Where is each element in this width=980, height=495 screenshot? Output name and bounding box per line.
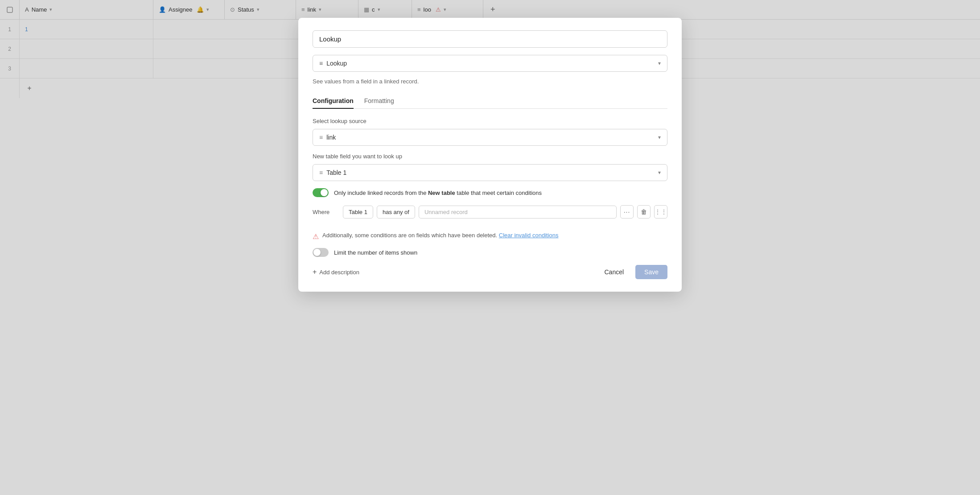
filter-delete-button[interactable]: 🗑	[637, 205, 651, 219]
filter-more-button[interactable]: ···	[620, 205, 634, 219]
filter-condition-field[interactable]: Table 1	[343, 206, 373, 219]
save-button[interactable]: Save	[635, 265, 667, 279]
filter-condition-operator[interactable]: has any of	[377, 206, 415, 219]
table-field-dropdown[interactable]: ≡ Table 1 ▾	[313, 164, 667, 181]
field-type-label: Lookup	[326, 60, 347, 67]
warning-row: ⚠ Additionally, some conditions are on f…	[313, 232, 667, 241]
clear-invalid-link[interactable]: Clear invalid conditions	[499, 232, 559, 239]
lookup-source-dropdown[interactable]: ≡ link ▾	[313, 129, 667, 146]
linked-records-toggle[interactable]	[313, 188, 329, 197]
lookup-source-chevron: ▾	[658, 134, 661, 140]
warning-text: Additionally, some conditions are on fie…	[322, 232, 558, 239]
table-field-left: ≡ Table 1	[319, 169, 346, 176]
modal-actions: Cancel Save	[597, 265, 667, 279]
lookup-type-icon: ≡	[319, 60, 323, 67]
filter-drag-icon: ⋮⋮	[655, 208, 667, 215]
field-name-input[interactable]	[313, 30, 667, 48]
modal-bottom: + Add description Cancel Save	[313, 265, 667, 279]
table-field-label: New table field you want to look up	[313, 153, 667, 160]
link-field-icon: ≡	[319, 134, 323, 141]
add-description-label: Add description	[319, 269, 359, 276]
cancel-button[interactable]: Cancel	[597, 265, 631, 279]
type-dropdown-chevron: ▾	[658, 60, 661, 66]
toggle-knob	[321, 189, 328, 196]
add-description-button[interactable]: + Add description	[313, 268, 359, 276]
filter-section: Where Table 1 has any of Unnamed record …	[313, 205, 667, 227]
modal-overlay: ≡ Lookup ▾ See values from a field in a …	[0, 0, 980, 495]
config-tabs: Configuration Formatting	[313, 94, 667, 109]
limit-toggle-label: Limit the number of items shown	[334, 249, 417, 256]
filter-where-label: Where	[313, 209, 339, 215]
linked-records-toggle-label: Only include linked records from the New…	[334, 190, 542, 196]
filter-more-icon: ···	[624, 208, 630, 215]
tab-formatting[interactable]: Formatting	[364, 94, 394, 109]
warning-triangle-icon: ⚠	[313, 232, 319, 241]
filter-delete-icon: 🗑	[641, 208, 647, 215]
lookup-source-label: Select lookup source	[313, 118, 667, 124]
field-type-dropdown[interactable]: ≡ Lookup ▾	[313, 55, 667, 72]
table-field-chevron: ▾	[658, 169, 661, 176]
limit-toggle-row: Limit the number of items shown	[313, 248, 667, 257]
limit-toggle-knob	[313, 249, 321, 256]
limit-toggle[interactable]	[313, 248, 329, 257]
linked-records-toggle-row: Only include linked records from the New…	[313, 188, 667, 197]
table-field-icon: ≡	[319, 169, 323, 176]
filter-condition-value[interactable]: Unnamed record	[419, 206, 617, 219]
lookup-source-value: link	[326, 134, 336, 141]
field-config-modal: ≡ Lookup ▾ See values from a field in a …	[298, 18, 682, 292]
lookup-source-left: ≡ link	[319, 134, 336, 141]
tab-configuration[interactable]: Configuration	[313, 94, 354, 109]
filter-drag-button[interactable]: ⋮⋮	[654, 205, 667, 219]
field-type-dropdown-left: ≡ Lookup	[319, 60, 347, 67]
table-field-value: Table 1	[326, 169, 346, 176]
filter-where-row: Where Table 1 has any of Unnamed record …	[313, 205, 667, 219]
add-description-plus-icon: +	[313, 268, 317, 276]
field-type-description: See values from a field in a linked reco…	[313, 78, 667, 85]
